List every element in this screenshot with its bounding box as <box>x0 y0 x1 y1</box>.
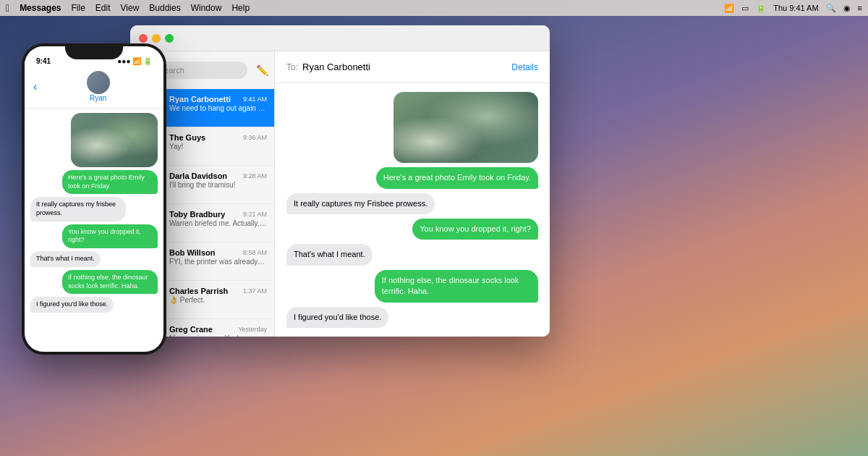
conv-time-bob: 8:58 AM <box>243 249 267 256</box>
conv-name-guys: The Guys <box>169 133 205 142</box>
chat-area: To: Ryan Carbonetti Details Here's a gre… <box>275 51 550 337</box>
conv-time-toby: 9:21 AM <box>243 211 267 218</box>
menu-file[interactable]: File <box>72 3 85 13</box>
window-maximize-button[interactable] <box>165 34 174 43</box>
phone-bubble-1: Here's a great photo Emily took on Frida… <box>62 170 158 194</box>
chat-msg-1: Here's a great photo Emily took on Frida… <box>376 167 538 188</box>
wifi-icon: 📶 <box>724 4 734 13</box>
conv-time-darla: 9:28 AM <box>243 172 267 180</box>
phone-image-inner <box>71 113 158 167</box>
phone-signal-icons: ●●● 📶 🔋 <box>117 57 152 65</box>
conv-preview-toby: Warren briefed me. Actually, it wasn't t… <box>169 219 267 227</box>
compose-button[interactable]: ✏️ <box>256 64 268 76</box>
chat-msg-3: You know you dropped it, right? <box>412 219 538 240</box>
conv-time-ryan: 9:41 AM <box>243 96 267 103</box>
phone-image-bubble <box>71 113 158 167</box>
conv-time-charles: 1:37 AM <box>243 287 267 295</box>
phone-contact-area: Ryan <box>41 71 155 102</box>
conv-preview-darla: I'll bring the tiramisu! <box>169 181 267 189</box>
conv-preview-greg: Nice seeing you. You're my favorite pers… <box>169 334 267 337</box>
chat-msg-6: I figured you'd like those. <box>286 307 388 328</box>
conv-name-charles: Charles Parrish <box>169 287 228 295</box>
phone-time: 9:41 <box>36 57 51 65</box>
conv-name-toby: Toby Bradbury <box>169 210 225 219</box>
menu-bar:  Messages File Edit View Buddies Window… <box>0 0 868 16</box>
control-center-icon[interactable]: ≡ <box>858 4 862 12</box>
messages-window: 🔍 Search ✏️ Ryan Carbonetti 9:41 AM We n… <box>130 25 550 337</box>
chat-msg-5: If nothing else, the dinosaur socks look… <box>375 270 538 303</box>
window-traffic-lights <box>139 34 174 43</box>
phone-bubble-5: If nothing else, the dinosaur socks look… <box>62 270 158 294</box>
conv-name-greg: Greg Crane <box>169 325 213 334</box>
phone-nav-bar: ‹ Ryan <box>25 68 163 109</box>
conv-name-darla: Darla Davidson <box>169 172 227 180</box>
chat-header: To: Ryan Carbonetti Details <box>275 51 550 83</box>
menu-window[interactable]: Window <box>191 3 222 13</box>
menu-view[interactable]: View <box>121 3 140 13</box>
chat-msg-4: That's what I meant. <box>286 244 373 265</box>
menu-buddies[interactable]: Buddies <box>149 3 180 13</box>
conv-preview-charles: 👌 Perfect. <box>169 296 267 304</box>
conv-name-bob: Bob Willson <box>169 248 215 257</box>
conv-preview-guys: Yay! <box>169 143 267 151</box>
search-menubar-icon[interactable]: 🔍 <box>826 4 836 13</box>
conv-preview-bob: FYI, the printer was already jammed when… <box>169 258 267 266</box>
apple-logo-icon:  <box>6 2 9 14</box>
phone-contact-avatar <box>87 71 110 94</box>
phone-back-icon[interactable]: ‹ <box>33 80 37 93</box>
menu-time: Thu 9:41 AM <box>773 4 818 12</box>
chat-msg-2: It really captures my Frisbee prowess. <box>286 193 435 214</box>
conv-name-ryan: Ryan Carbonetti <box>169 95 231 104</box>
menu-app-name[interactable]: Messages <box>20 3 61 13</box>
window-titlebar <box>130 25 550 51</box>
window-body: 🔍 Search ✏️ Ryan Carbonetti 9:41 AM We n… <box>130 51 550 337</box>
chat-image-message <box>393 92 538 163</box>
phone-screen: 9:41 ●●● 📶 🔋 ‹ Ryan Here's a great photo… <box>25 46 163 352</box>
menu-edit[interactable]: Edit <box>95 3 111 13</box>
airplay-icon: ▭ <box>741 4 749 13</box>
conv-preview-ryan: We need to hang out again soon. Don't be… <box>169 104 267 112</box>
siri-icon[interactable]: ◉ <box>843 4 851 13</box>
chat-messages: Here's a great photo Emily took on Frida… <box>275 83 550 337</box>
phone-contact-name[interactable]: Ryan <box>90 94 106 102</box>
chat-recipient: Ryan Carbonetti <box>302 62 370 72</box>
conv-time-guys: 9:36 AM <box>243 134 267 141</box>
iphone-frame: 9:41 ●●● 📶 🔋 ‹ Ryan Here's a great photo… <box>22 43 166 355</box>
chat-to-label: To: <box>286 62 298 72</box>
phone-messages: Here's a great photo Emily took on Frida… <box>25 109 163 317</box>
conv-time-greg: Yesterday <box>238 326 267 333</box>
phone-bubble-6: I figured you'd like those. <box>30 297 114 313</box>
phone-notch <box>65 43 123 59</box>
phone-bubble-2: It really captures my frisbee prowess. <box>30 197 126 221</box>
menu-help[interactable]: Help <box>231 3 250 13</box>
phone-bubble-3: You know you dropped it, right? <box>62 224 158 248</box>
phone-bubble-4: That's what I meant. <box>30 251 101 267</box>
battery-icon: 🔋 <box>756 4 766 13</box>
window-minimize-button[interactable] <box>152 34 161 43</box>
chat-image-inner <box>393 92 538 163</box>
window-close-button[interactable] <box>139 34 148 43</box>
chat-details-button[interactable]: Details <box>511 62 538 72</box>
